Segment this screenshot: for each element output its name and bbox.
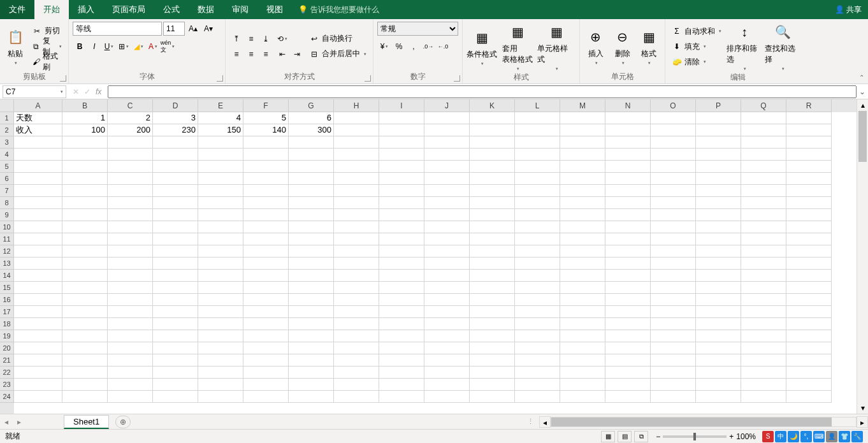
column-header[interactable]: M [560, 99, 605, 112]
tab-formulas[interactable]: 公式 [154, 0, 189, 19]
cell[interactable] [651, 342, 696, 354]
cell[interactable] [515, 245, 560, 258]
cell[interactable] [108, 330, 153, 342]
cell[interactable] [424, 306, 470, 318]
cell[interactable] [424, 367, 470, 379]
cell[interactable] [198, 342, 243, 354]
cell[interactable] [243, 330, 289, 342]
cell[interactable] [153, 233, 198, 245]
row-header[interactable]: 8 [0, 197, 14, 209]
align-center-button[interactable]: ≡ [244, 47, 258, 61]
vertical-scrollbar[interactable]: ▴ ▾ [857, 99, 868, 414]
cell[interactable] [741, 391, 786, 403]
row-header[interactable]: 14 [0, 270, 14, 282]
merge-center-button[interactable]: ⊟合并后居中▾ [307, 47, 369, 61]
cell[interactable] [334, 161, 379, 173]
cell[interactable] [334, 112, 379, 124]
cell[interactable] [289, 173, 334, 185]
cell[interactable]: 6 [289, 112, 334, 124]
row-header[interactable]: 11 [0, 233, 14, 245]
cell[interactable] [243, 342, 289, 354]
cell[interactable] [14, 330, 62, 342]
cell[interactable] [741, 258, 786, 270]
cell[interactable] [696, 306, 741, 318]
cell[interactable] [470, 342, 515, 354]
cell[interactable] [605, 270, 651, 282]
cell[interactable] [62, 270, 108, 282]
cell[interactable] [379, 330, 424, 342]
cell[interactable] [108, 136, 153, 149]
cell[interactable] [243, 282, 289, 294]
cell[interactable] [741, 136, 786, 149]
cell[interactable] [651, 209, 696, 221]
cell[interactable] [605, 112, 651, 124]
column-header[interactable]: Q [741, 99, 786, 112]
cell[interactable] [560, 330, 605, 342]
cell[interactable] [470, 282, 515, 294]
cell[interactable]: 3 [153, 112, 198, 124]
cell[interactable] [108, 149, 153, 161]
cell[interactable] [334, 197, 379, 209]
cell[interactable] [289, 354, 334, 367]
cell[interactable] [198, 270, 243, 282]
cell[interactable] [470, 197, 515, 209]
cell[interactable] [696, 173, 741, 185]
cell[interactable] [651, 173, 696, 185]
cell[interactable] [424, 112, 470, 124]
cell[interactable] [379, 354, 424, 367]
cell[interactable] [470, 173, 515, 185]
cell[interactable] [651, 354, 696, 367]
font-size-select[interactable] [163, 22, 185, 36]
cell[interactable] [243, 197, 289, 209]
cell[interactable] [424, 136, 470, 149]
clear-button[interactable]: 🧽清除▾ [669, 55, 724, 69]
cell[interactable] [651, 136, 696, 149]
cell[interactable] [14, 318, 62, 330]
cell[interactable] [198, 379, 243, 391]
scroll-left-icon[interactable]: ◂ [539, 416, 551, 428]
cell[interactable] [696, 318, 741, 330]
cell[interactable] [605, 209, 651, 221]
sheet-tab[interactable]: Sheet1 [64, 415, 109, 429]
cell[interactable] [334, 379, 379, 391]
cell[interactable] [605, 379, 651, 391]
cell[interactable] [605, 318, 651, 330]
cell[interactable] [198, 136, 243, 149]
cell[interactable] [289, 391, 334, 403]
cell[interactable] [424, 391, 470, 403]
cell[interactable] [696, 270, 741, 282]
cell[interactable] [14, 306, 62, 318]
cell[interactable] [470, 245, 515, 258]
cell[interactable] [62, 149, 108, 161]
cell[interactable] [651, 161, 696, 173]
scroll-right-icon[interactable]: ▸ [857, 416, 868, 428]
cell[interactable] [786, 342, 832, 354]
row-header[interactable]: 4 [0, 149, 14, 161]
cell[interactable] [153, 173, 198, 185]
cell[interactable] [108, 342, 153, 354]
cell[interactable] [560, 149, 605, 161]
cell[interactable] [379, 124, 424, 136]
cell[interactable] [605, 136, 651, 149]
cell[interactable] [289, 136, 334, 149]
cell[interactable] [786, 149, 832, 161]
cell[interactable] [108, 258, 153, 270]
cell[interactable] [153, 221, 198, 233]
font-color-button[interactable]: A▾ [146, 40, 160, 54]
zoom-in-button[interactable]: + [729, 432, 734, 441]
cell[interactable] [243, 209, 289, 221]
cell[interactable] [379, 161, 424, 173]
cell[interactable] [379, 185, 424, 197]
cell[interactable] [62, 330, 108, 342]
cell[interactable] [14, 197, 62, 209]
cell[interactable] [14, 391, 62, 403]
cell[interactable] [560, 367, 605, 379]
cell[interactable] [62, 342, 108, 354]
cell[interactable] [108, 197, 153, 209]
cell[interactable] [470, 209, 515, 221]
cell[interactable] [515, 161, 560, 173]
cell[interactable] [153, 258, 198, 270]
cell[interactable] [605, 258, 651, 270]
cell[interactable] [560, 318, 605, 330]
cell[interactable] [470, 367, 515, 379]
